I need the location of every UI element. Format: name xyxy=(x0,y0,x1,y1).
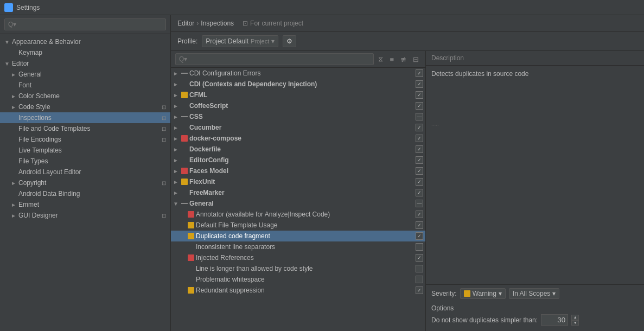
sidebar-search-input[interactable] xyxy=(4,18,166,30)
insp-item-injected-refs[interactable]: Injected References ✓ xyxy=(171,252,425,263)
insp-item-editorconfig[interactable]: ► EditorConfig ✓ xyxy=(171,155,425,166)
inspection-checkbox[interactable]: — xyxy=(416,200,423,207)
arrow-icon: ► xyxy=(173,157,180,163)
severity-select[interactable]: Warning ▾ xyxy=(460,288,506,299)
insp-item-label: Cucumber xyxy=(189,124,413,131)
insp-item-cucumber[interactable]: ► Cucumber ✓ xyxy=(171,122,425,133)
insp-item-cdi-config[interactable]: ► CDI Configuration Errors ✓ xyxy=(171,68,425,79)
insp-item-label: Redundant suppression xyxy=(196,287,413,294)
inspection-checkbox[interactable]: ✓ xyxy=(416,124,423,131)
spinner-buttons: ▲ ▼ xyxy=(571,315,579,326)
arrow-icon: ► xyxy=(173,103,180,109)
insp-item-general[interactable]: ▼ General — xyxy=(171,198,425,209)
inspections-area: ⧖ ≡ ≢ ⊟ ► CDI Configuration Errors ✓ xyxy=(171,51,644,331)
sidebar-item-android-data[interactable]: Android Data Binding xyxy=(0,188,170,199)
inspection-checkbox[interactable]: ✓ xyxy=(416,135,423,142)
profile-tag: Project xyxy=(251,38,269,44)
sidebar-item-gui-designer[interactable]: ► GUI Designer ⊡ xyxy=(0,210,170,221)
inspection-list: ► CDI Configuration Errors ✓ ► CDI (Cont… xyxy=(171,68,425,331)
severity-color-icon xyxy=(464,290,470,297)
duplicate-threshold-input[interactable] xyxy=(541,314,568,326)
sidebar-item-general[interactable]: ► General xyxy=(0,69,170,80)
inspection-checkbox[interactable]: ✓ xyxy=(416,80,423,88)
insp-item-freemarker[interactable]: ► FreeMarker ✓ xyxy=(171,187,425,198)
arrow-icon: ► xyxy=(173,168,180,174)
insp-item-inconsistent-sep[interactable]: Inconsistent line separators xyxy=(171,241,425,252)
scope-select[interactable]: In All Scopes ▾ xyxy=(509,288,559,299)
inspection-checkbox[interactable]: ✓ xyxy=(416,178,423,186)
inspection-checkbox[interactable]: ✓ xyxy=(416,145,423,153)
inspection-checkbox[interactable] xyxy=(416,276,423,283)
project-file-icon: ⊡ xyxy=(243,20,248,27)
arrow-icon: ► xyxy=(173,147,180,152)
chevron-down-icon: ▾ xyxy=(499,290,502,297)
inspection-checkbox[interactable]: ✓ xyxy=(416,232,423,240)
breadcrumb: Editor › Inspections ⊡ For current proje… xyxy=(171,15,644,32)
group-button[interactable]: ⊟ xyxy=(411,54,421,65)
sidebar-item-appearance[interactable]: ▼ Appearance & Behavior xyxy=(0,36,170,47)
insp-item-annotator[interactable]: Annotator (available for Analyze|Inspect… xyxy=(171,209,425,220)
inspection-checkbox[interactable]: ✓ xyxy=(416,167,423,175)
window-title: Settings xyxy=(16,4,40,11)
insp-item-docker-compose[interactable]: ► docker-compose ✓ xyxy=(171,133,425,144)
gear-button[interactable]: ⚙ xyxy=(283,35,296,47)
app-icon xyxy=(4,3,13,12)
sidebar-item-file-types[interactable]: File Types xyxy=(0,156,170,167)
sidebar-item-editor[interactable]: ▼ Editor xyxy=(0,58,170,69)
spinner-down-button[interactable]: ▼ xyxy=(571,320,579,326)
inspection-checkbox[interactable]: ✓ xyxy=(416,221,423,229)
inspection-checkbox[interactable] xyxy=(416,265,423,272)
inspection-checkbox[interactable]: — xyxy=(416,113,423,120)
sidebar-item-file-code-templates[interactable]: File and Code Templates ⊡ xyxy=(0,123,170,134)
expand-all-button[interactable]: ≡ xyxy=(387,54,396,65)
inspection-checkbox[interactable]: ✓ xyxy=(416,91,423,99)
profile-select[interactable]: Project Default Project ▾ xyxy=(202,35,278,47)
insp-item-flexunit[interactable]: ► FlexUnit ✓ xyxy=(171,176,425,187)
insp-item-label: General xyxy=(189,200,413,207)
insp-item-redundant-suppress[interactable]: Redundant suppression ✓ xyxy=(171,285,425,296)
description-content: Detects duplicates in source code ..... xyxy=(426,66,644,284)
sidebar-item-android-layout[interactable]: Android Layout Editor xyxy=(0,167,170,177)
sidebar-item-code-style[interactable]: ► Code Style ⊡ xyxy=(0,101,170,112)
inspection-checkbox[interactable]: ✓ xyxy=(416,189,423,196)
sidebar-item-label: Android Layout Editor xyxy=(18,168,166,176)
insp-item-label: Problematic whitespace xyxy=(196,276,413,283)
description-panel: Description Detects duplicates in source… xyxy=(426,51,644,331)
insp-item-line-too-long[interactable]: Line is longer than allowed by code styl… xyxy=(171,263,425,274)
collapse-all-button[interactable]: ≢ xyxy=(398,54,409,65)
insp-item-duplicated-code[interactable]: Duplicated code fragment ✓ xyxy=(171,231,425,241)
insp-item-problematic-ws[interactable]: Problematic whitespace xyxy=(171,274,425,285)
filter-button[interactable]: ⧖ xyxy=(376,54,385,65)
sidebar-item-label: Keymap xyxy=(18,49,166,56)
inspection-checkbox[interactable]: ✓ xyxy=(416,156,423,164)
for-project-label: For current project xyxy=(250,20,303,27)
sidebar-item-label: File Types xyxy=(18,157,166,165)
sidebar-item-inspections[interactable]: Inspections ⊡ xyxy=(0,112,170,123)
inspection-checkbox[interactable]: ✓ xyxy=(416,69,423,77)
insp-item-faces-model[interactable]: ► Faces Model ✓ xyxy=(171,166,425,176)
chevron-down-icon: ▾ xyxy=(271,37,275,45)
inspection-checkbox[interactable]: ✓ xyxy=(416,102,423,110)
inspection-checkbox[interactable]: ✓ xyxy=(416,287,423,294)
insp-item-dockerfile[interactable]: ► Dockerfile ✓ xyxy=(171,144,425,155)
sidebar-item-file-encodings[interactable]: File Encodings ⊡ xyxy=(0,134,170,145)
sidebar-item-font[interactable]: Font xyxy=(0,80,170,91)
insp-item-cfml[interactable]: ► CFML ✓ xyxy=(171,90,425,100)
insp-item-css[interactable]: ► CSS — xyxy=(171,111,425,122)
inspection-checkbox[interactable]: ✓ xyxy=(416,211,423,218)
inspection-checkbox[interactable] xyxy=(416,243,423,251)
insp-item-cdi[interactable]: ► CDI (Contexts and Dependency Injection… xyxy=(171,79,425,90)
sidebar-item-emmet[interactable]: ► Emmet xyxy=(0,199,170,210)
inspection-checkbox[interactable]: ✓ xyxy=(416,254,423,262)
sidebar-item-label: File and Code Templates xyxy=(18,125,160,132)
insp-item-default-template[interactable]: Default File Template Usage ✓ xyxy=(171,220,425,231)
arrow-icon: ▼ xyxy=(4,61,11,67)
spinner-up-button[interactable]: ▲ xyxy=(571,315,579,320)
sidebar-item-keymap[interactable]: Keymap xyxy=(0,47,170,58)
sidebar-item-color-scheme[interactable]: ► Color Scheme xyxy=(0,91,170,101)
sidebar-item-copyright[interactable]: ► Copyright ⊡ xyxy=(0,177,170,188)
inspection-search-input[interactable] xyxy=(175,53,374,65)
sidebar-item-live-templates[interactable]: Live Templates xyxy=(0,145,170,156)
insp-item-label: Duplicated code fragment xyxy=(196,232,413,240)
insp-item-coffeescript[interactable]: ► CoffeeScript ✓ xyxy=(171,100,425,111)
